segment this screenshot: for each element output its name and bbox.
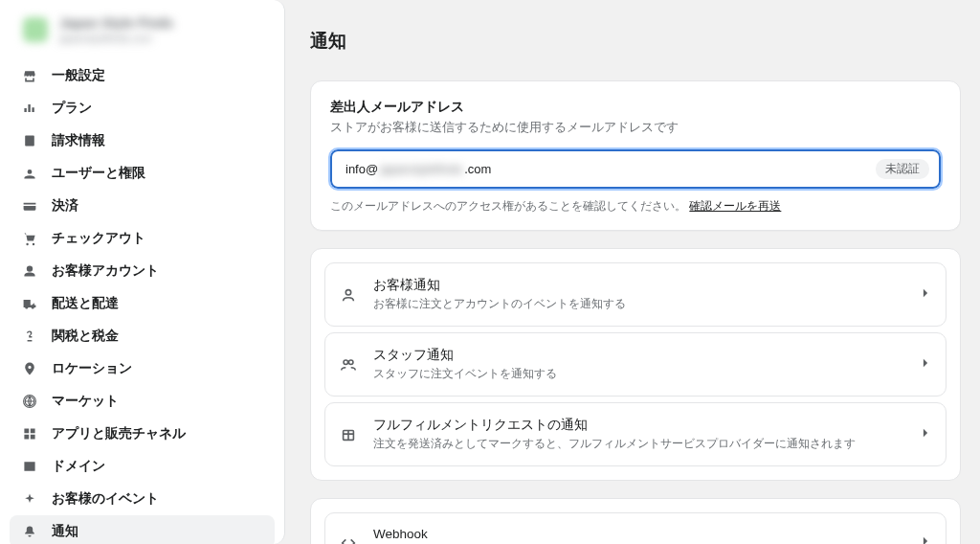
fulfillment-notifications-row[interactable]: フルフィルメントリクエストの通知 注文を発送済みとしてマークすると、フルフィルメ… [324,402,947,466]
settings-sidebar: Japan Style Finds japanstylefinds.com 一般… [0,0,285,544]
people-icon [339,355,358,374]
sender-email-card: 差出人メールアドレス ストアがお客様に送信するために使用するメールアドレスです … [310,80,961,231]
events-icon [21,490,38,508]
sidebar-item-notifications[interactable]: 通知 [10,515,275,544]
store-icon [21,67,38,84]
code-icon [339,533,358,544]
apps-icon [21,425,38,442]
sidebar-item-customer-events[interactable]: お客様のイベント [10,483,275,515]
webhook-row[interactable]: Webhook ストアイベントに関するXML通知またはJSON通知をURLに送信… [324,512,947,544]
person-icon [339,285,358,305]
sender-email-input[interactable]: info@japanstylefinds.com 未認証 [330,149,941,189]
sidebar-item-label: ユーザーと権限 [52,165,145,182]
sidebar-item-plan[interactable]: プラン [10,92,275,125]
sidebar-item-label: ロケーション [52,360,132,377]
sidebar-item-taxes[interactable]: 関税と税金 [10,320,275,352]
sender-email-value: info@japanstylefinds.com [345,162,868,176]
svg-point-2 [348,360,353,365]
users-icon [21,165,38,182]
main-content: 通知 差出人メールアドレス ストアがお客様に送信するために使用するメールアドレス… [285,0,980,544]
sidebar-item-users[interactable]: ユーザーと権限 [10,157,275,190]
sidebar-item-label: ドメイン [52,458,105,475]
sender-email-desc: ストアがお客様に送信するために使用するメールアドレスです [330,120,941,136]
webhooks-card: Webhook ストアイベントに関するXML通知またはJSON通知をURLに送信… [310,498,961,544]
list-title: Webhook [373,527,903,541]
payments-icon [21,197,38,215]
chevron-right-icon [919,426,932,443]
taxes-icon [21,328,38,345]
list-desc: お客様に注文とアカウントのイベントを通知する [373,296,903,312]
sidebar-item-label: 配送と配達 [52,295,119,312]
store-domain: japanstylefinds.com [59,33,173,44]
sidebar-nav: 一般設定 プラン 請求情報 ユーザーと権限 決済 チェックアウト お客様アカウン… [0,57,284,544]
page-title: 通知 [310,29,961,54]
shipping-icon [21,295,38,312]
chevron-right-icon [919,286,932,304]
account-icon [21,262,38,280]
domain-icon [21,458,38,475]
list-body: Webhook ストアイベントに関するXML通知またはJSON通知をURLに送信… [373,527,903,544]
sidebar-item-locations[interactable]: ロケーション [10,352,275,385]
sidebar-item-markets[interactable]: マーケット [10,385,275,418]
location-icon [21,360,38,377]
sender-email-title: 差出人メールアドレス [330,99,941,116]
list-desc: スタッフに注文イベントを通知する [373,366,903,382]
sidebar-item-label: 一般設定 [52,67,105,84]
svg-point-1 [344,360,348,365]
chevron-right-icon [919,534,932,544]
list-desc: 注文を発送済みとしてマークすると、フルフィルメントサービスプロバイダーに通知され… [373,436,903,452]
sidebar-item-label: 関税と税金 [52,328,119,345]
list-title: お客様通知 [373,277,903,294]
staff-notifications-row[interactable]: スタッフ通知 スタッフに注文イベントを通知する [324,332,947,397]
sidebar-item-label: 通知 [52,523,78,540]
sidebar-item-general[interactable]: 一般設定 [10,59,275,92]
sender-email-hint: このメールアドレスへのアクセス権があることを確認してください。 確認メールを再送 [330,198,941,215]
list-title: スタッフ通知 [373,347,903,364]
sidebar-item-label: 決済 [52,197,78,215]
sidebar-item-label: 請求情報 [52,132,105,149]
notification-groups-card: お客様通知 お客様に注文とアカウントのイベントを通知する スタッフ通知 スタッフ… [310,248,961,481]
chevron-right-icon [919,356,932,374]
sidebar-item-shipping[interactable]: 配送と配達 [10,287,275,320]
list-body: お客様通知 お客様に注文とアカウントのイベントを通知する [373,277,903,312]
resend-verification-link[interactable]: 確認メールを再送 [689,199,781,213]
sidebar-item-checkout[interactable]: チェックアウト [10,222,275,255]
sidebar-item-billing[interactable]: 請求情報 [10,125,275,157]
unverified-badge: 未認証 [876,159,929,179]
sidebar-item-label: お客様のイベント [52,490,159,508]
svg-point-0 [345,289,350,294]
list-title: フルフィルメントリクエストの通知 [373,417,903,434]
cart-icon [21,230,38,247]
sidebar-item-label: マーケット [52,393,119,410]
sidebar-item-apps[interactable]: アプリと販売チャネル [10,418,275,450]
sidebar-item-customer-accounts[interactable]: お客様アカウント [10,255,275,287]
plan-icon [21,100,38,117]
sidebar-item-payments[interactable]: 決済 [10,190,275,222]
billing-icon [21,132,38,149]
list-body: スタッフ通知 スタッフに注文イベントを通知する [373,347,903,382]
store-avatar [23,17,48,42]
sidebar-item-domains[interactable]: ドメイン [10,450,275,483]
sidebar-item-label: お客様アカウント [52,262,159,280]
sidebar-item-label: プラン [52,100,92,117]
package-icon [339,425,358,444]
customer-notifications-row[interactable]: お客様通知 お客様に注文とアカウントのイベントを通知する [324,262,947,327]
list-body: フルフィルメントリクエストの通知 注文を発送済みとしてマークすると、フルフィルメ… [373,417,903,452]
store-header[interactable]: Japan Style Finds japanstylefinds.com [0,13,284,57]
sidebar-item-label: アプリと販売チャネル [52,425,186,442]
sidebar-item-label: チェックアウト [52,230,145,247]
store-name: Japan Style Finds [59,15,173,31]
store-info: Japan Style Finds japanstylefinds.com [59,15,173,44]
bell-icon [21,523,38,540]
globe-icon [21,393,38,410]
